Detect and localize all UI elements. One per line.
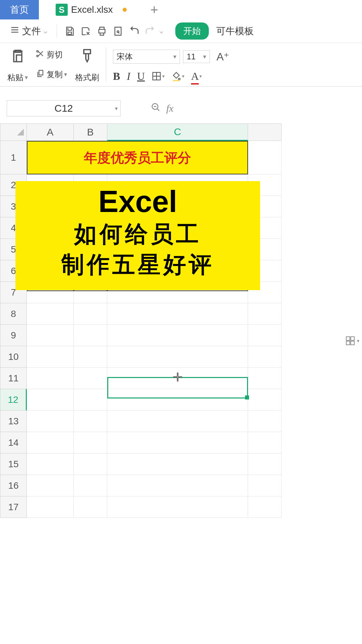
cell-A8[interactable] [27,303,74,325]
cell-A10[interactable] [27,346,74,368]
cell-D10[interactable] [248,346,282,368]
font-name-select[interactable]: 宋体▾ [113,50,180,64]
cell-D14[interactable] [248,432,282,453]
print-icon[interactable] [95,24,109,38]
modified-indicator [123,8,127,12]
cell-B8[interactable] [74,303,107,325]
column-header-C[interactable]: C [107,123,248,141]
banner-line3: 制作五星好评 [61,250,214,280]
row-header-15[interactable]: 15 [0,453,27,475]
cell-A17[interactable] [27,496,74,518]
cell-D11[interactable] [248,368,282,389]
cell-A9[interactable] [27,325,74,346]
svg-rect-2 [346,337,350,340]
paste-group[interactable]: 粘贴▾ [4,45,31,84]
cell-B10[interactable] [74,346,107,368]
cell-B14[interactable] [74,432,107,453]
cell-C16[interactable] [107,475,248,496]
brush-icon [78,46,97,65]
cell-C14[interactable] [107,432,248,453]
start-tab[interactable]: 开始 [175,22,209,40]
row-header-13[interactable]: 13 [0,411,27,432]
column-header-A[interactable]: A [27,123,74,141]
row-header-17[interactable]: 17 [0,496,27,518]
redo-icon[interactable] [143,24,157,38]
name-box[interactable]: C12 ▾ [7,100,121,116]
toolbar-more-icon[interactable]: ⌵ [160,28,163,35]
increase-font-icon[interactable]: A⁺ [217,50,229,63]
save-as-icon[interactable] [79,24,93,38]
tab-home[interactable]: 首页 [0,0,39,19]
cell-D13[interactable] [248,411,282,432]
select-all-corner[interactable] [0,123,27,141]
svg-rect-0 [173,80,180,81]
cell-B15[interactable] [74,453,107,475]
cell-B13[interactable] [74,411,107,432]
chevron-down-icon: ▾ [115,105,118,112]
tab-file[interactable]: S Excel.xlsx [49,4,133,16]
cell-C9[interactable] [107,325,248,346]
border-button[interactable]: ▾ [152,71,165,81]
cell-C17[interactable] [107,496,248,518]
row-header-10[interactable]: 10 [0,346,27,368]
format-painter-button[interactable]: 格式刷 [72,45,103,84]
fx-label[interactable]: fx [166,103,174,114]
file-menu[interactable]: 文件 ⌵ [7,25,51,38]
row-header-11[interactable]: 11 [0,368,27,389]
cell-B12[interactable] [74,389,107,411]
font-color-button[interactable]: A ▾ [191,70,202,83]
undo-icon[interactable] [127,24,141,38]
cell-D17[interactable] [248,496,282,518]
bold-button[interactable]: B [113,70,120,83]
paste-label: 粘贴 [7,72,23,83]
cut-button[interactable]: 剪切 [36,49,67,60]
cell-A14[interactable] [27,432,74,453]
cell-A12[interactable] [27,389,74,411]
cell-D9[interactable] [248,325,282,346]
preview-icon[interactable] [111,24,125,38]
column-header-D[interactable] [248,123,282,141]
underline-button[interactable]: U [137,70,145,83]
cell-C13[interactable] [107,411,248,432]
row-header-9[interactable]: 9 [0,325,27,346]
cell-D16[interactable] [248,475,282,496]
zoom-out-icon[interactable] [151,102,161,115]
row-header-12[interactable]: 12 [0,389,27,411]
svg-rect-5 [351,341,354,345]
hamburger-icon [10,25,19,37]
quick-toolbar: 文件 ⌵ ⌵ 开始 可牛模板 [0,19,362,43]
template-tab[interactable]: 可牛模板 [212,25,258,38]
namebox-row: C12 ▾ fx [0,97,362,120]
cell-A11[interactable] [27,368,74,389]
new-tab-button[interactable]: + [150,2,158,17]
copy-button[interactable]: 复制▾ [36,69,67,80]
font-size-select[interactable]: 11▾ [183,50,210,63]
cell-D1[interactable] [248,141,282,174]
save-icon[interactable] [63,24,76,38]
selection-handle[interactable] [245,395,249,399]
cell-C8[interactable] [107,303,248,325]
row-header-1[interactable]: 1 [0,141,27,174]
cell-D8[interactable] [248,303,282,325]
overlay-banner: Excel 如何给员工 制作五星好评 [15,181,260,290]
cell-B17[interactable] [74,496,107,518]
side-tool[interactable]: ▾ [345,335,359,346]
cell-D15[interactable] [248,453,282,475]
title-merged-cell[interactable]: 年度优秀员工评分 [27,141,248,174]
row-header-14[interactable]: 14 [0,432,27,453]
cell-C15[interactable] [107,453,248,475]
cell-A15[interactable] [27,453,74,475]
cell-B9[interactable] [74,325,107,346]
italic-button[interactable]: I [127,70,130,83]
cell-B16[interactable] [74,475,107,496]
row-header-16[interactable]: 16 [0,475,27,496]
cell-A13[interactable] [27,411,74,432]
row-header-8[interactable]: 8 [0,303,27,325]
cell-B11[interactable] [74,368,107,389]
cell-C10[interactable] [107,346,248,368]
cell-A16[interactable] [27,475,74,496]
cell-D12[interactable] [248,389,282,411]
ribbon: 粘贴▾ 剪切 复制▾ 格式刷 宋体▾ 11▾ A⁺ [0,43,362,87]
fill-color-button[interactable]: ▾ [171,71,184,81]
column-header-B[interactable]: B [74,123,107,141]
